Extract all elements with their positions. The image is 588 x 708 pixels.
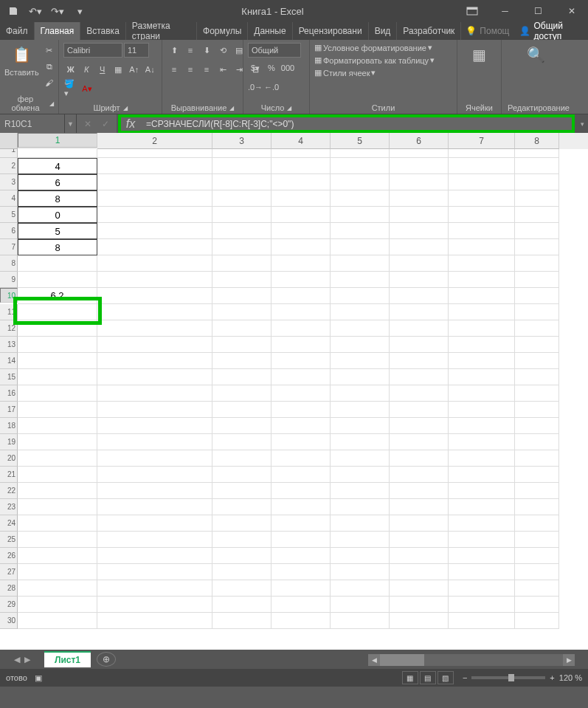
cell[interactable]	[390, 548, 449, 564]
cell[interactable]: 0	[18, 207, 97, 223]
cell[interactable]	[449, 418, 515, 434]
cell[interactable]: 6,2	[18, 288, 97, 304]
cell[interactable]	[449, 337, 515, 353]
cell[interactable]	[271, 369, 331, 385]
cell[interactable]	[271, 467, 331, 483]
cell[interactable]	[515, 532, 559, 548]
undo-icon[interactable]: ↶▾	[25, 1, 46, 21]
cell[interactable]	[449, 597, 515, 613]
tab-review[interactable]: Рецензировани	[293, 22, 369, 40]
cell[interactable]	[331, 174, 390, 190]
name-box-dropdown-icon[interactable]: ▼	[65, 114, 77, 133]
cell[interactable]	[449, 499, 515, 515]
cell[interactable]	[212, 304, 271, 320]
cell[interactable]	[212, 320, 271, 337]
row-header[interactable]: 13	[0, 337, 18, 353]
cell[interactable]	[515, 483, 559, 499]
number-format-select[interactable]	[248, 43, 301, 58]
cell[interactable]	[390, 418, 449, 434]
align-middle-icon[interactable]: ≡	[183, 43, 198, 58]
row-header[interactable]: 7	[0, 239, 18, 255]
row-header[interactable]: 30	[0, 613, 18, 629]
cell[interactable]	[97, 564, 212, 580]
sheet-tab[interactable]: Лист1	[44, 651, 91, 667]
cell[interactable]	[97, 369, 212, 385]
cell[interactable]	[515, 174, 559, 190]
cell[interactable]	[18, 450, 97, 467]
cell[interactable]	[97, 499, 212, 515]
cell[interactable]	[271, 239, 331, 255]
cell[interactable]	[390, 402, 449, 418]
row-header[interactable]: 19	[0, 434, 18, 450]
cell[interactable]	[271, 174, 331, 190]
cell[interactable]	[390, 515, 449, 532]
cell[interactable]	[515, 499, 559, 515]
column-header[interactable]: 2	[97, 133, 212, 149]
row-header[interactable]: 15	[0, 369, 18, 385]
cell[interactable]	[97, 515, 212, 532]
cell[interactable]: 8	[18, 239, 97, 255]
cell[interactable]	[97, 467, 212, 483]
cell[interactable]	[331, 304, 390, 320]
dialog-launcher-icon[interactable]: ◢	[49, 100, 54, 107]
font-size-input[interactable]	[124, 43, 149, 58]
cell[interactable]	[97, 402, 212, 418]
cell[interactable]	[271, 597, 331, 613]
cell[interactable]	[331, 223, 390, 239]
cell[interactable]	[97, 418, 212, 434]
cell[interactable]	[515, 515, 559, 532]
cell[interactable]	[18, 385, 97, 402]
cell[interactable]	[515, 255, 559, 272]
normal-view-icon[interactable]: ▦	[402, 671, 418, 684]
cell[interactable]	[18, 580, 97, 597]
cell[interactable]	[97, 304, 212, 320]
macro-record-icon[interactable]: ▣	[35, 673, 42, 683]
fx-icon[interactable]: fx	[121, 117, 140, 131]
cell[interactable]	[97, 255, 212, 272]
dialog-launcher-icon[interactable]: ◢	[123, 105, 128, 111]
horizontal-scrollbar[interactable]: ◀ ▶	[368, 654, 575, 666]
tab-home[interactable]: Главная	[35, 22, 81, 40]
cell[interactable]	[331, 450, 390, 467]
page-layout-view-icon[interactable]: ▤	[420, 671, 436, 684]
align-left-icon[interactable]: ≡	[167, 62, 181, 77]
cell[interactable]	[97, 434, 212, 450]
tab-insert[interactable]: Вставка	[80, 22, 126, 40]
cell[interactable]	[331, 190, 390, 207]
fill-color-icon[interactable]: 🪣▾	[63, 81, 78, 96]
cell[interactable]	[515, 158, 559, 174]
cell[interactable]	[390, 483, 449, 499]
cell[interactable]	[449, 239, 515, 255]
cell[interactable]	[515, 207, 559, 223]
decrease-font-icon[interactable]: A↓	[143, 62, 158, 77]
cell[interactable]	[271, 564, 331, 580]
cell[interactable]	[271, 353, 331, 369]
cell[interactable]	[271, 272, 331, 288]
cell[interactable]: 6	[18, 174, 97, 190]
cell[interactable]	[331, 418, 390, 434]
cell[interactable]	[390, 434, 449, 450]
cell[interactable]	[271, 255, 331, 272]
cell[interactable]	[97, 580, 212, 597]
tab-formulas[interactable]: Формулы	[197, 22, 248, 40]
name-box[interactable]: R10C1	[0, 114, 65, 133]
row-header[interactable]: 9	[0, 272, 18, 288]
decrease-indent-icon[interactable]: ⇤	[215, 62, 230, 77]
formula-bar[interactable]: =СРЗНАЧЕСЛИ(R[-8]C:R[-3]C;"<>0")	[140, 117, 572, 130]
cell[interactable]	[212, 272, 271, 288]
cell[interactable]	[212, 515, 271, 532]
cell[interactable]	[97, 223, 212, 239]
cell[interactable]	[18, 499, 97, 515]
font-color-icon[interactable]: A▾	[80, 81, 94, 96]
page-break-view-icon[interactable]: ▧	[437, 671, 454, 684]
add-sheet-icon[interactable]: ⊕	[97, 652, 116, 667]
ribbon-options-icon[interactable]	[455, 0, 488, 22]
cell[interactable]	[271, 483, 331, 499]
cell[interactable]	[390, 597, 449, 613]
cell[interactable]	[97, 158, 212, 174]
cell[interactable]	[212, 385, 271, 402]
underline-button[interactable]: Ч	[95, 62, 110, 77]
cell[interactable]	[449, 532, 515, 548]
row-header[interactable]: 14	[0, 353, 18, 369]
share-button[interactable]: 👤Общий доступ	[513, 22, 588, 40]
